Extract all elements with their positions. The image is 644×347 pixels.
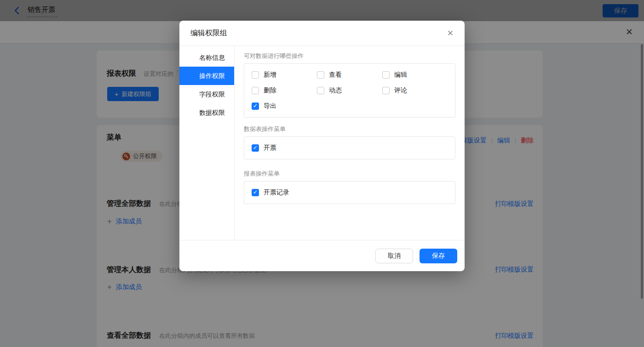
checkbox-label: 动态: [329, 86, 342, 95]
checkbox-box: [252, 87, 259, 94]
modal-content: 可对数据进行哪些操作 新增 查看 编辑: [235, 46, 465, 240]
checkbox-label: 新增: [264, 71, 276, 79]
checkbox-edit[interactable]: 编辑: [382, 71, 448, 79]
checkbox-label: 编辑: [394, 71, 407, 79]
screen: 销售开票 保存 ✕ 报表权限 设置对应的「 + 新建权限组 菜单: [0, 0, 644, 347]
save-button[interactable]: 保存: [420, 249, 457, 263]
checkbox-box: [382, 71, 390, 79]
checkbox-box: [252, 71, 259, 79]
tab-operation-permission[interactable]: 操作权限: [179, 67, 234, 85]
tab-name-info[interactable]: 名称信息: [179, 48, 234, 67]
checkbox-box: [382, 87, 390, 94]
report-menu-label: 报表操作菜单: [244, 170, 455, 178]
tab-field-permission[interactable]: 字段权限: [179, 85, 234, 103]
checkbox-delete[interactable]: 删除: [252, 86, 317, 95]
checkbox-label: 删除: [264, 86, 276, 95]
operations-label: 可对数据进行哪些操作: [244, 52, 455, 60]
modal-close-icon[interactable]: ✕: [447, 28, 454, 38]
checkbox-invoice[interactable]: 开票: [252, 144, 448, 152]
checkbox-add[interactable]: 新增: [252, 71, 317, 79]
tab-data-permission[interactable]: 数据权限: [179, 103, 234, 122]
checkbox-export[interactable]: 导出: [252, 102, 317, 110]
checkbox-label: 导出: [264, 102, 276, 110]
checkbox-box-checked: [252, 144, 259, 152]
edit-permission-group-modal: 编辑权限组 ✕ 名称信息 操作权限 字段权限 数据权限 可对数据进行哪些操作 新…: [179, 21, 465, 271]
checkbox-box: [317, 87, 324, 94]
checkbox-box: [317, 71, 324, 79]
checkbox-label: 开票记录: [264, 188, 289, 197]
modal-tab-list: 名称信息 操作权限 字段权限 数据权限: [179, 46, 235, 240]
checkbox-label: 开票: [264, 144, 276, 152]
modal-body: 名称信息 操作权限 字段权限 数据权限 可对数据进行哪些操作 新增 查看: [179, 46, 465, 240]
modal-header: 编辑权限组 ✕: [179, 21, 465, 46]
cancel-button[interactable]: 取消: [375, 249, 413, 263]
checkbox-activity[interactable]: 动态: [317, 86, 382, 95]
checkbox-comment[interactable]: 评论: [382, 86, 448, 95]
checkbox-box-checked: [252, 102, 259, 110]
checkbox-box-checked: [252, 189, 259, 196]
modal-title: 编辑权限组: [190, 28, 227, 38]
datasheet-menu-label: 数据表操作菜单: [244, 125, 455, 133]
checkbox-label: 评论: [394, 86, 407, 95]
report-menu-box: 开票记录: [244, 181, 455, 204]
checkbox-label: 查看: [329, 71, 342, 79]
modal-footer: 取消 保存: [179, 240, 465, 271]
checkbox-invoice-record[interactable]: 开票记录: [252, 188, 448, 197]
datasheet-menu-box: 开票: [244, 137, 455, 159]
checkbox-view[interactable]: 查看: [317, 71, 382, 79]
topbar-dim-overlay: [0, 0, 644, 21]
operations-box: 新增 查看 编辑 删除: [244, 63, 455, 118]
